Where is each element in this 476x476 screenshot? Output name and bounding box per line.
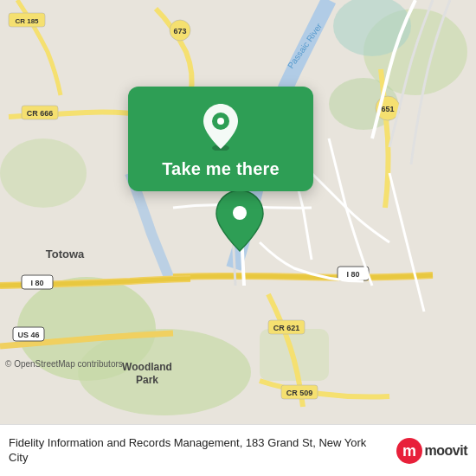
svg-point-5 xyxy=(0,138,87,208)
svg-text:I 80: I 80 xyxy=(346,270,359,279)
map-container: I 80 I 80 US 46 CR 666 673 651 CR 185 CR… xyxy=(0,0,476,424)
cta-label: Take me there xyxy=(162,159,280,179)
svg-point-31 xyxy=(233,206,247,220)
cta-button[interactable]: Take me there xyxy=(128,87,313,191)
svg-text:CR 621: CR 621 xyxy=(273,324,300,332)
svg-text:I 80: I 80 xyxy=(30,279,43,287)
svg-text:651: 651 xyxy=(381,105,394,113)
svg-text:Park: Park xyxy=(136,374,158,386)
svg-text:US 46: US 46 xyxy=(17,331,39,339)
moovit-wordmark: moovit xyxy=(425,443,467,459)
bottom-bar: Fidelity Information and Records Managem… xyxy=(0,424,476,476)
place-info: Fidelity Information and Records Managem… xyxy=(9,436,389,466)
svg-text:CR 185: CR 185 xyxy=(15,17,39,25)
svg-text:673: 673 xyxy=(173,27,186,35)
location-pin-icon xyxy=(200,102,241,151)
svg-text:CR 509: CR 509 xyxy=(286,389,313,397)
map-attribution: © OpenStreetMap contributors xyxy=(5,359,123,369)
moovit-logo: m moovit xyxy=(396,437,467,465)
svg-point-34 xyxy=(217,118,224,125)
place-name: Fidelity Information and Records Managem… xyxy=(9,436,389,466)
moovit-icon: m xyxy=(396,437,423,465)
svg-text:m: m xyxy=(402,442,416,460)
svg-text:Totowa: Totowa xyxy=(46,248,85,261)
svg-text:CR 666: CR 666 xyxy=(27,109,54,118)
svg-text:Woodland: Woodland xyxy=(122,361,172,373)
